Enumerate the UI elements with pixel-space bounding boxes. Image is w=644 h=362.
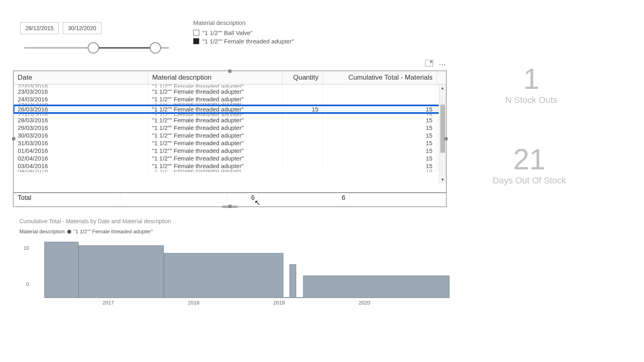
col-header-quantity[interactable]: Quantity xyxy=(282,71,323,84)
checkbox-empty-icon[interactable] xyxy=(193,30,199,36)
table-row[interactable]: 30/03/2016"1 1/2"" Female threaded adupt… xyxy=(14,132,446,139)
table-row[interactable]: 27/03/2016"1 1/2"" Female threaded adupt… xyxy=(14,113,446,116)
resize-handle[interactable] xyxy=(228,70,231,73)
slicer-title: Material description xyxy=(193,19,294,26)
chart-step-segment xyxy=(303,276,450,298)
x-tick: 2018 xyxy=(188,300,200,306)
slicer-option[interactable]: "1 1/2"" Female threaded adupter" xyxy=(193,37,294,45)
date-to-input[interactable]: 30/12/2020 xyxy=(63,22,101,34)
kpi-stockouts[interactable]: 1 N Stock Outs xyxy=(487,64,576,105)
kpi-label: Days Out Of Stock xyxy=(481,175,578,186)
table-row[interactable]: 04/04/2016"1 1/2"" Female threaded adupt… xyxy=(14,170,446,172)
table-row[interactable]: 26/03/2016"1 1/2"" Female threaded adupt… xyxy=(14,105,446,113)
x-axis: 2017201820192020 xyxy=(31,299,458,306)
total-quantity: 6 xyxy=(227,193,259,203)
col-header-material[interactable]: Material description xyxy=(148,71,283,84)
table-row[interactable]: 22/03/2016"1 1/2"" Female threaded adupt… xyxy=(14,84,446,88)
resize-handle[interactable] xyxy=(444,137,448,140)
material-description-slicer[interactable]: Material description "1 1/2"" Ball Valve… xyxy=(193,19,294,45)
legend-title: Material description xyxy=(19,228,65,234)
kpi-days-out-of-stock[interactable]: 21 Days Out Of Stock xyxy=(481,145,578,186)
x-tick: 2017 xyxy=(102,300,114,306)
chart-plot-area[interactable] xyxy=(31,238,458,298)
slider-handle-start[interactable] xyxy=(88,42,99,53)
legend-series-name: "1 1/2"" Female threaded adupter" xyxy=(74,228,153,234)
vertical-scrollbar[interactable]: ▲ ▼ xyxy=(439,84,446,183)
chart-step-segment xyxy=(44,242,78,298)
kpi-value: 21 xyxy=(481,145,578,174)
table-row[interactable]: 01/04/2016"1 1/2"" Female threaded adupt… xyxy=(14,147,446,154)
x-tick: 2020 xyxy=(359,300,370,306)
scrollbar-thumb[interactable] xyxy=(440,105,445,153)
scroll-down-icon[interactable]: ▼ xyxy=(439,176,446,183)
more-options-icon[interactable]: ⋯ xyxy=(439,60,446,69)
table-row[interactable]: 31/03/2016"1 1/2"" Female threaded adupt… xyxy=(14,139,446,147)
resize-handle[interactable] xyxy=(228,205,231,208)
table-row[interactable]: 23/03/2016"1 1/2"" Female threaded adupt… xyxy=(14,88,446,95)
slicer-option-label: "1 1/2"" Ball Valve" xyxy=(202,29,252,36)
scroll-up-icon[interactable]: ▲ xyxy=(439,84,446,92)
cumulative-chart-visual[interactable]: Cumulative Total - Materials by Date and… xyxy=(19,218,458,306)
chart-step-segment xyxy=(289,264,296,298)
chart-step-segment xyxy=(164,253,283,298)
y-axis: 0 10 xyxy=(19,238,31,298)
kpi-label: N Stock Outs xyxy=(487,95,576,105)
total-cumulative: 6 xyxy=(259,193,350,203)
table-row[interactable]: 02/04/2016"1 1/2"" Female threaded adupt… xyxy=(14,154,446,162)
col-header-date[interactable]: Date xyxy=(14,71,148,84)
slicer-option[interactable]: "1 1/2"" Ball Valve" xyxy=(193,29,294,37)
resize-handle[interactable] xyxy=(12,137,15,140)
slider-fill xyxy=(93,47,157,49)
y-tick: 10 xyxy=(24,245,29,251)
y-tick: 0 xyxy=(26,282,29,287)
table-row[interactable]: 24/03/2016"1 1/2"" Female threaded adupt… xyxy=(14,95,446,103)
date-range-slicer[interactable]: 28/12/2015 30/12/2020 xyxy=(20,22,173,54)
slicer-option-label: "1 1/2"" Female threaded adupter" xyxy=(202,38,294,45)
table-row[interactable]: 29/03/2016"1 1/2"" Female threaded adupt… xyxy=(14,124,446,132)
date-from-input[interactable]: 28/12/2015 xyxy=(20,22,59,34)
focus-mode-icon[interactable] xyxy=(425,60,433,69)
chart-step-segment xyxy=(78,245,164,298)
chart-step-segment xyxy=(296,297,303,298)
table-row[interactable]: 03/04/2016"1 1/2"" Female threaded adupt… xyxy=(14,162,446,170)
chart-title: Cumulative Total - Materials by Date and… xyxy=(19,218,458,224)
slider-handle-end[interactable] xyxy=(150,42,161,53)
chart-step-segment xyxy=(283,297,289,298)
col-header-cumulative[interactable]: Cumulative Total - Materials xyxy=(323,71,437,84)
date-slider[interactable] xyxy=(20,42,173,54)
kpi-value: 1 xyxy=(487,64,576,93)
legend-marker-icon xyxy=(67,230,71,234)
total-label: Total xyxy=(14,193,120,203)
materials-table-visual[interactable]: ⋯ Date Material description Quantity Cum… xyxy=(13,70,447,207)
table-row[interactable]: 28/03/2016"1 1/2"" Female threaded adupt… xyxy=(14,116,446,124)
checkbox-checked-icon[interactable] xyxy=(193,38,199,44)
x-tick: 2019 xyxy=(273,300,285,306)
